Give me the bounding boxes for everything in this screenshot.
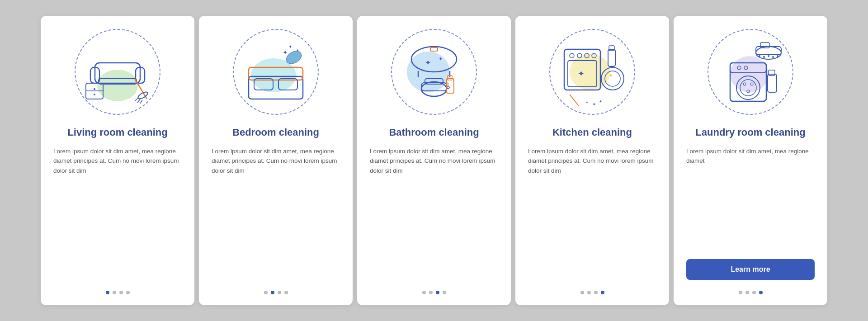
svg-point-37 [570, 53, 574, 58]
dot-4 [126, 291, 130, 294]
dot-4 [443, 291, 446, 294]
dot-3 [594, 291, 598, 294]
dot-3 [752, 291, 756, 294]
svg-point-58 [750, 83, 753, 85]
svg-point-68 [772, 56, 774, 58]
svg-line-8 [135, 79, 147, 99]
svg-text:✦: ✦ [578, 69, 585, 78]
svg-text:✿: ✿ [446, 85, 450, 90]
svg-text:✦: ✦ [599, 99, 602, 104]
dot-3 [436, 291, 439, 294]
dot-1 [106, 291, 109, 294]
card-laundry: Laundry room cleaning Lorem ipsum dolor … [674, 16, 827, 305]
svg-point-62 [756, 47, 781, 59]
svg-line-12 [140, 100, 142, 104]
dot-4 [759, 291, 763, 294]
svg-rect-61 [769, 70, 775, 76]
svg-text:✦: ✦ [585, 100, 589, 104]
svg-rect-46 [609, 46, 614, 51]
living-room-dots [106, 291, 130, 294]
dot-2 [587, 291, 591, 294]
svg-point-39 [585, 53, 589, 58]
dot-2 [429, 291, 433, 294]
bathroom-dots [422, 291, 446, 294]
svg-point-56 [740, 80, 756, 96]
svg-point-6 [94, 88, 95, 90]
laundry-dots [739, 291, 763, 294]
svg-point-59 [747, 90, 750, 93]
icon-area-bedroom: ✦ ✦ ✦ [231, 27, 321, 117]
bathroom-icon: ✦ ✦ ✿ [398, 36, 470, 108]
svg-rect-14 [249, 67, 303, 80]
svg-rect-0 [95, 63, 140, 83]
cards-container: Living room cleaning Lorem ipsum dolor s… [23, 2, 845, 319]
living-room-text: Lorem ipsum dolor sit dim amet, mea regi… [53, 146, 182, 283]
svg-text:✦: ✦ [283, 49, 288, 56]
svg-text:✦: ✦ [592, 102, 596, 107]
card-kitchen: ✦ ✦ ✦ ✦ ✦ Kitchen cleaning Lorem ipsum d… [515, 16, 669, 305]
dot-4 [284, 291, 288, 294]
svg-text:✦: ✦ [296, 48, 299, 52]
learn-more-button[interactable]: Learn more [686, 259, 815, 280]
svg-point-21 [411, 47, 457, 72]
bedroom-title: Bedroom cleaning [232, 126, 319, 139]
svg-rect-60 [768, 74, 777, 92]
icon-area-laundry [705, 27, 796, 117]
kitchen-icon: ✦ ✦ ✦ ✦ ✦ [556, 36, 628, 108]
icon-area-bathroom: ✦ ✦ ✿ [389, 27, 479, 117]
bedroom-icon: ✦ ✦ ✦ [240, 36, 312, 108]
dot-3 [119, 291, 123, 294]
svg-text:✦: ✦ [425, 59, 431, 66]
bathroom-title: Bathroom cleaning [389, 126, 479, 139]
dot-1 [264, 291, 268, 294]
dot-1 [422, 291, 426, 294]
laundry-text: Lorem ipsum dolor sit dim amet, mea regi… [686, 146, 815, 255]
dot-4 [601, 291, 604, 294]
laundry-icon [714, 36, 787, 108]
svg-point-40 [592, 53, 596, 58]
svg-text:✦: ✦ [288, 44, 292, 49]
svg-point-54 [744, 66, 748, 70]
dot-2 [745, 291, 749, 294]
svg-rect-25 [430, 47, 438, 51]
bathroom-text: Lorem ipsum dolor sit dim amet, mea regi… [370, 146, 498, 283]
kitchen-text: Lorem ipsum dolor sit dim amet, mea regi… [528, 146, 656, 283]
card-bedroom: ✦ ✦ ✦ Bedroom cleaning Lorem ipsum dolor… [199, 16, 353, 305]
svg-point-66 [763, 56, 765, 58]
dot-2 [113, 291, 116, 294]
svg-line-47 [570, 94, 579, 106]
svg-text:✦: ✦ [439, 56, 443, 61]
svg-point-69 [777, 55, 778, 57]
svg-line-11 [137, 99, 140, 103]
card-living-room: Living room cleaning Lorem ipsum dolor s… [41, 16, 194, 305]
icon-area-living-room [72, 27, 163, 117]
svg-point-67 [768, 55, 769, 57]
dot-2 [271, 291, 274, 294]
bedroom-text: Lorem ipsum dolor sit dim amet, mea regi… [212, 146, 340, 283]
bedroom-dots [264, 291, 288, 294]
svg-line-10 [135, 98, 138, 101]
dot-1 [739, 291, 742, 294]
icon-area-kitchen: ✦ ✦ ✦ ✦ ✦ [547, 27, 637, 117]
dot-1 [580, 291, 584, 294]
svg-rect-22 [411, 54, 457, 64]
svg-point-57 [743, 83, 746, 85]
laundry-title: Laundry room cleaning [695, 126, 805, 139]
svg-point-65 [759, 55, 760, 57]
kitchen-title: Kitchen cleaning [552, 126, 632, 139]
living-room-icon [81, 36, 154, 108]
living-room-title: Living room cleaning [67, 126, 167, 139]
dot-3 [278, 291, 281, 294]
svg-point-53 [737, 66, 741, 70]
svg-text:✦: ✦ [609, 72, 613, 79]
svg-rect-45 [608, 49, 615, 66]
svg-point-7 [94, 94, 95, 95]
card-bathroom: ✦ ✦ ✿ Bathroom cleaning Lorem ipsum dolo… [357, 16, 511, 305]
kitchen-dots [580, 291, 604, 294]
svg-rect-52 [730, 63, 766, 73]
svg-point-38 [577, 53, 582, 58]
